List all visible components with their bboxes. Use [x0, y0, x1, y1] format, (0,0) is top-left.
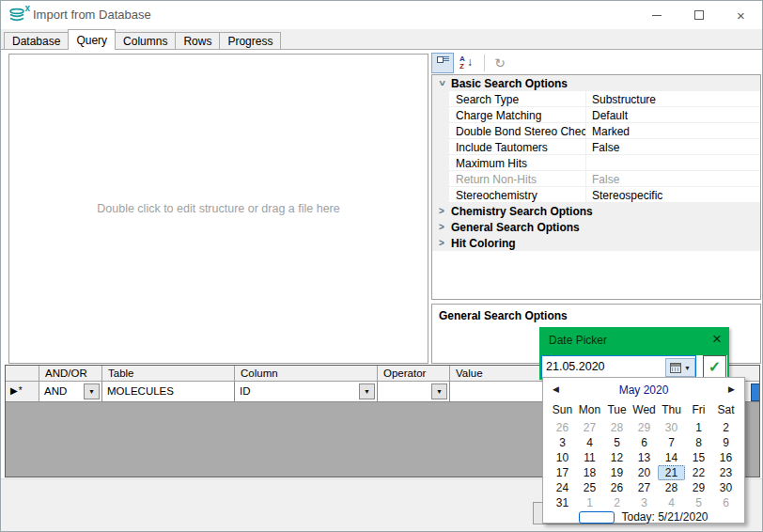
property-name: Include Tautomers — [449, 139, 586, 154]
property-category-row[interactable]: >General Search Options — [432, 219, 760, 235]
calendar-day[interactable]: 28 — [603, 420, 631, 435]
tab-rows[interactable]: Rows — [175, 32, 220, 50]
structure-editor-panel[interactable]: Double click to edit structure or drag a… — [8, 54, 428, 364]
property-value[interactable]: False — [586, 139, 760, 154]
calendar-day[interactable]: 23 — [712, 465, 740, 480]
property-value[interactable] — [586, 155, 760, 170]
calendar-day[interactable]: 7 — [658, 435, 685, 450]
calendar-day[interactable]: 30 — [712, 480, 740, 495]
calendar-day[interactable]: 12 — [603, 450, 631, 465]
next-month-button[interactable]: ▶ — [728, 384, 735, 394]
today-label[interactable]: Today: 5/21/2020 — [621, 510, 708, 524]
value-editor-dropdown-button[interactable] — [751, 383, 760, 401]
property-value[interactable]: Marked — [586, 123, 760, 138]
calendar-day[interactable]: 6 — [712, 495, 740, 510]
property-row[interactable]: Include TautomersFalse — [432, 139, 760, 155]
calendar-day[interactable]: 26 — [603, 480, 631, 495]
calendar-day[interactable]: 3 — [631, 495, 658, 510]
calendar-day[interactable]: 2 — [712, 420, 740, 435]
calendar-day[interactable]: 15 — [685, 450, 712, 465]
calendar-day[interactable]: 31 — [549, 495, 576, 510]
calendar-day[interactable]: 22 — [685, 465, 712, 480]
weekday-label: Mon — [576, 403, 603, 416]
property-gutter — [432, 155, 449, 170]
property-row[interactable]: Search TypeSubstructure — [432, 91, 760, 107]
calendar-day-selected[interactable]: 21 — [658, 465, 685, 480]
table-cell[interactable]: MOLECULES — [102, 382, 235, 402]
property-row[interactable]: Maximum Hits — [432, 155, 760, 171]
calendar-day[interactable]: 4 — [658, 495, 685, 510]
tab-progress[interactable]: Progress — [219, 32, 281, 50]
minimize-button[interactable] — [635, 1, 677, 29]
property-row[interactable]: Return Non-HitsFalse — [432, 171, 760, 187]
alphabetical-sort-button[interactable]: A Z ↓ — [456, 53, 478, 73]
date-picker-close-icon[interactable]: × — [712, 331, 722, 347]
calendar-day[interactable]: 3 — [549, 435, 576, 450]
calendar-day[interactable]: 27 — [631, 480, 658, 495]
calendar-day[interactable]: 28 — [658, 480, 685, 495]
tab-columns[interactable]: Columns — [115, 32, 176, 50]
close-button[interactable]: × — [720, 1, 762, 29]
property-value[interactable]: Stereospecific — [586, 187, 760, 202]
weekday-label: Sun — [549, 403, 576, 416]
weekday-label: Sat — [712, 403, 740, 416]
calendar-day[interactable]: 19 — [603, 465, 631, 480]
calendar-day[interactable]: 9 — [712, 435, 740, 450]
calendar-day[interactable]: 26 — [549, 420, 576, 435]
chevron-collapsed-icon[interactable]: > — [432, 206, 451, 216]
andor-cell[interactable]: AND▼ — [39, 382, 102, 402]
calendar-day[interactable]: 29 — [631, 420, 658, 435]
tab-database[interactable]: Database — [4, 32, 69, 50]
calendar-day[interactable]: 14 — [658, 450, 685, 465]
calendar-day[interactable]: 18 — [576, 465, 603, 480]
calendar-day[interactable]: 25 — [576, 480, 603, 495]
property-value[interactable]: Default — [586, 107, 760, 122]
tab-query[interactable]: Query — [68, 29, 116, 50]
calendar-month-label[interactable]: May 2020 — [543, 383, 744, 397]
calendar-day[interactable]: 11 — [576, 450, 603, 465]
calendar-day[interactable]: 8 — [685, 435, 712, 450]
andor-cell-dropdown-button[interactable]: ▼ — [84, 383, 100, 399]
column-cell-dropdown-button[interactable]: ▼ — [359, 383, 375, 399]
calendar-day[interactable]: 1 — [685, 420, 712, 435]
calendar-day[interactable]: 5 — [603, 435, 631, 450]
chevron-collapsed-icon[interactable]: > — [432, 238, 451, 248]
calendar-day[interactable]: 4 — [576, 435, 603, 450]
calendar-day[interactable]: 16 — [712, 450, 740, 465]
calendar-day[interactable]: 24 — [549, 480, 576, 495]
categorized-view-button[interactable] — [431, 53, 454, 73]
calendar-day[interactable]: 30 — [658, 420, 685, 435]
column-header-Table: Table — [102, 366, 235, 382]
property-row[interactable]: StereochemistryStereospecific — [432, 187, 760, 203]
property-value[interactable]: False — [586, 171, 760, 186]
chevron-expanded-icon[interactable]: > — [437, 74, 447, 93]
property-category-row[interactable]: >Chemistry Search Options — [432, 203, 760, 219]
date-input[interactable]: 21.05.2020 ▼ — [541, 355, 696, 378]
calendar-day[interactable]: 6 — [631, 435, 658, 450]
reset-options-button[interactable]: ↻ — [489, 53, 511, 73]
property-category-row[interactable]: >Basic Search Options — [432, 75, 760, 91]
property-value[interactable]: Substructure — [586, 91, 760, 106]
import-from-database-dialog: x Import from Database × DatabaseQueryCo… — [0, 0, 763, 532]
calendar-dropdown-button[interactable]: ▼ — [665, 358, 695, 377]
property-category-row[interactable]: >Hit Coloring — [432, 235, 760, 251]
calendar-day[interactable]: 17 — [549, 465, 576, 480]
calendar-day[interactable]: 5 — [685, 495, 712, 510]
property-row[interactable]: Charge MatchingDefault — [432, 107, 760, 123]
property-row[interactable]: Double Bond Stereo CheckMarked — [432, 123, 760, 139]
row-indicator-cell[interactable]: ▶* — [6, 382, 39, 402]
calendar-day[interactable]: 20 — [631, 465, 658, 480]
calendar-day[interactable]: 29 — [685, 480, 712, 495]
operator-cell[interactable]: ▼ — [378, 382, 450, 402]
accept-date-button[interactable]: ✓ — [703, 355, 726, 378]
maximize-button[interactable] — [677, 1, 720, 29]
operator-cell-dropdown-button[interactable]: ▼ — [431, 383, 447, 399]
calendar-day[interactable]: 10 — [549, 450, 576, 465]
weekday-label: Thu — [658, 403, 685, 416]
calendar-day[interactable]: 1 — [576, 495, 603, 510]
calendar-day[interactable]: 13 — [631, 450, 658, 465]
calendar-day[interactable]: 2 — [603, 495, 631, 510]
calendar-day[interactable]: 27 — [576, 420, 603, 435]
chevron-collapsed-icon[interactable]: > — [432, 222, 451, 232]
column-cell[interactable]: ID▼ — [235, 382, 378, 402]
